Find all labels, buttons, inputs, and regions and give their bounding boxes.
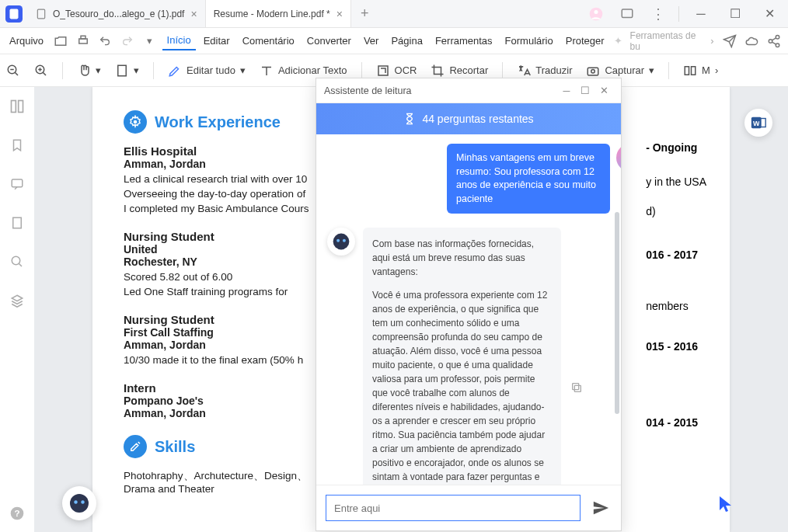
user-avatar-icon xyxy=(616,144,621,172)
user-message: Minhas vantagens em um breve resumo: Sou… xyxy=(447,144,610,214)
assistant-panel: Assistente de leitura ─ ☐ ✕ 44 perguntas… xyxy=(316,78,622,531)
cursor-icon xyxy=(718,495,734,516)
svg-point-4 xyxy=(594,10,598,14)
chat-icon[interactable] xyxy=(616,3,638,25)
help-button[interactable]: ? xyxy=(9,506,25,524)
attach-icon[interactable] xyxy=(9,214,26,231)
send-icon[interactable] xyxy=(720,31,740,51)
account-icon[interactable] xyxy=(585,3,607,25)
search-icon[interactable] xyxy=(9,253,26,270)
undo-icon[interactable] xyxy=(96,31,115,51)
svg-rect-22 xyxy=(13,217,22,228)
add-text-button[interactable]: Adicionar Texto xyxy=(260,64,347,78)
svg-point-23 xyxy=(12,256,20,265)
minimize-button[interactable]: ─ xyxy=(689,3,713,25)
svg-rect-6 xyxy=(79,39,88,43)
menu-home[interactable]: Início xyxy=(162,31,196,50)
menu-tools[interactable]: Ferramentas xyxy=(431,32,497,50)
dropdown-icon[interactable]: ▾ xyxy=(140,31,159,51)
svg-rect-5 xyxy=(622,9,633,18)
feature-hint: Ferramentas de bu xyxy=(627,30,708,52)
svg-point-31 xyxy=(74,500,78,504)
tab-label: O_Tesouro_do...alego_e (1).pdf xyxy=(53,9,184,19)
more-icon[interactable]: ⋮ xyxy=(647,3,669,25)
tab-item[interactable]: O_Tesouro_do...alego_e (1).pdf × xyxy=(28,0,206,27)
svg-rect-21 xyxy=(12,179,23,187)
titlebar: O_Tesouro_do...alego_e (1).pdf × Resume … xyxy=(0,0,788,28)
ocr-button[interactable]: OCR xyxy=(376,64,417,78)
tab-label: Resume - Modern Line.pdf * xyxy=(214,9,330,19)
assistant-body: Minhas vantagens em um breve resumo: Sou… xyxy=(316,134,621,485)
svg-point-16 xyxy=(591,69,595,73)
layers-icon[interactable] xyxy=(9,292,26,309)
assistant-banner: 44 perguntas restantes xyxy=(316,103,621,134)
section-title: Skills xyxy=(155,438,195,456)
close-icon[interactable]: × xyxy=(336,8,343,20)
add-tab-button[interactable]: + xyxy=(351,0,378,27)
svg-rect-17 xyxy=(685,66,689,75)
section-title: Work Experience xyxy=(155,113,281,131)
capture-button[interactable]: Capturar▾ xyxy=(586,64,654,78)
svg-rect-15 xyxy=(588,68,599,75)
hand-tool[interactable]: ▾ xyxy=(77,64,101,78)
chatbot-launcher[interactable] xyxy=(62,486,96,520)
thumbnails-icon[interactable] xyxy=(9,98,26,115)
word-export-icon[interactable]: W xyxy=(744,109,772,137)
close-icon[interactable]: ✕ xyxy=(594,85,613,96)
svg-rect-1 xyxy=(10,9,19,19)
svg-point-10 xyxy=(776,43,779,47)
menu-view[interactable]: Ver xyxy=(359,32,384,50)
edit-all-button[interactable]: Editar tudo▾ xyxy=(168,64,246,78)
minimize-icon[interactable]: ─ xyxy=(557,85,576,96)
tab-item-active[interactable]: Resume - Modern Line.pdf * × xyxy=(206,0,351,27)
svg-rect-37 xyxy=(574,385,581,391)
svg-rect-18 xyxy=(692,66,696,75)
svg-rect-19 xyxy=(12,101,16,113)
scrollbar-thumb[interactable] xyxy=(615,212,619,414)
close-button[interactable]: ✕ xyxy=(757,3,782,25)
svg-point-30 xyxy=(70,494,89,513)
print-icon[interactable] xyxy=(74,31,93,51)
maximize-icon[interactable]: ☐ xyxy=(576,85,594,96)
copy-icon[interactable] xyxy=(570,381,583,398)
send-button[interactable] xyxy=(590,497,612,519)
menu-convert[interactable]: Converter xyxy=(302,32,356,50)
svg-rect-38 xyxy=(573,384,579,390)
open-icon[interactable] xyxy=(51,31,71,51)
tools-icon xyxy=(124,435,147,458)
more-tools-button[interactable]: M› xyxy=(683,64,718,78)
menu-comment[interactable]: Comentário xyxy=(238,32,299,50)
cloud-icon[interactable] xyxy=(742,31,762,51)
svg-point-9 xyxy=(769,39,772,43)
menubar: Arquivo ▾ Início Editar Comentário Conve… xyxy=(0,28,788,54)
doc-icon xyxy=(36,9,47,19)
svg-rect-13 xyxy=(118,65,127,76)
share-icon[interactable] xyxy=(765,31,784,51)
zoom-out-button[interactable] xyxy=(6,64,20,78)
page-tool[interactable]: ▾ xyxy=(115,64,139,78)
comment-icon[interactable] xyxy=(9,176,26,193)
svg-rect-2 xyxy=(37,9,44,19)
crop-button[interactable]: Recortar xyxy=(431,64,488,78)
menu-file[interactable]: Arquivo xyxy=(5,32,48,50)
svg-rect-14 xyxy=(378,66,388,75)
svg-point-32 xyxy=(81,500,85,504)
redo-icon[interactable] xyxy=(118,31,138,51)
translate-button[interactable]: Traduzir xyxy=(517,64,572,78)
menu-protect[interactable]: Proteger xyxy=(561,32,609,50)
bookmark-icon[interactable] xyxy=(9,137,26,154)
menu-page[interactable]: Página xyxy=(386,32,427,50)
tab-strip: O_Tesouro_do...alego_e (1).pdf × Resume … xyxy=(28,0,378,27)
assistant-input[interactable] xyxy=(326,495,581,521)
svg-point-34 xyxy=(333,234,350,250)
svg-text:W: W xyxy=(753,120,760,127)
zoom-in-button[interactable] xyxy=(34,64,48,78)
app-logo-icon xyxy=(0,0,28,28)
maximize-button[interactable]: ☐ xyxy=(723,3,748,25)
svg-point-36 xyxy=(343,239,346,242)
gear-icon xyxy=(124,110,147,134)
close-icon[interactable]: × xyxy=(190,8,197,20)
bot-message: Com base nas informações fornecidas, aqu… xyxy=(363,228,561,485)
menu-edit[interactable]: Editar xyxy=(199,32,235,50)
menu-form[interactable]: Formulário xyxy=(500,32,558,50)
